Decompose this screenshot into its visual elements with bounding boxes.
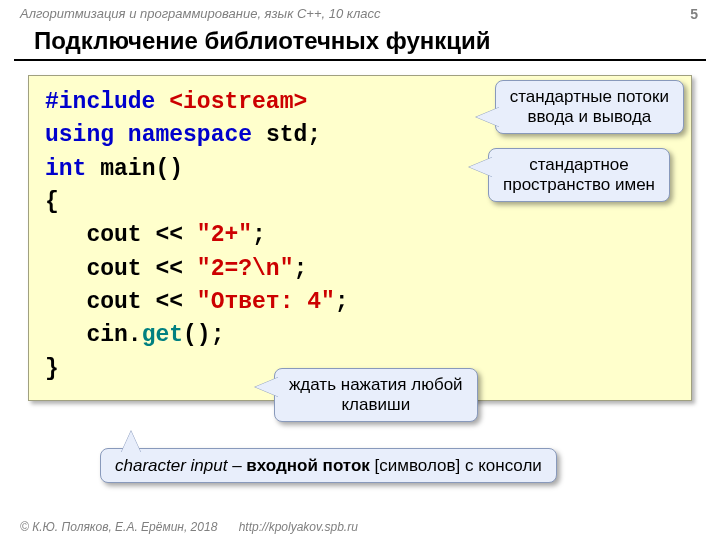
callout-tail-icon — [469, 157, 493, 177]
callout-text: пространство имен — [503, 175, 655, 195]
callout-text: клавиши — [289, 395, 463, 415]
callout-cin: character input – входной поток [символо… — [100, 448, 557, 483]
footer-url: http://kpolyakov.spb.ru — [239, 520, 358, 534]
callout-text: стандартное — [503, 155, 655, 175]
code-token: #include — [45, 89, 155, 115]
callout-text: – — [227, 456, 246, 475]
code-token: cout << — [45, 289, 197, 315]
callout-namespace: стандартное пространство имен — [488, 148, 670, 202]
callout-text: стандартные потоки — [510, 87, 669, 107]
code-token: "2=?\n" — [197, 256, 294, 282]
code-token: (); — [183, 322, 224, 348]
page-number: 5 — [690, 6, 698, 22]
callout-text: [символов] с консоли — [370, 456, 542, 475]
code-token: ; — [335, 289, 349, 315]
code-token: ; — [252, 222, 266, 248]
code-token: cout << — [45, 222, 197, 248]
callout-tail-icon — [255, 377, 279, 397]
code-token: main() — [100, 156, 183, 182]
code-token: "2+" — [197, 222, 252, 248]
footer-copyright: © К.Ю. Поляков, Е.А. Ерёмин, 2018 — [20, 520, 217, 534]
code-token: cin. — [45, 322, 142, 348]
code-token: "Ответ: 4" — [197, 289, 335, 315]
page-title: Подключение библиотечных функций — [14, 21, 706, 61]
callout-text: ввода и вывода — [510, 107, 669, 127]
code-token: cout << — [45, 256, 197, 282]
header-subtitle: Алгоритмизация и программирование, язык … — [0, 0, 720, 21]
code-token: std; — [266, 122, 321, 148]
callout-tail-icon — [121, 431, 141, 453]
code-token: using — [45, 122, 114, 148]
code-token: ; — [293, 256, 307, 282]
code-token: int — [45, 156, 86, 182]
callout-tail-icon — [476, 107, 500, 127]
code-token: namespace — [128, 122, 252, 148]
callout-text: входной поток — [246, 456, 369, 475]
code-token: <iostream> — [169, 89, 307, 115]
callout-text: character input — [115, 456, 227, 475]
callout-text: ждать нажатия любой — [289, 375, 463, 395]
callout-wait-key: ждать нажатия любой клавиши — [274, 368, 478, 422]
callout-streams: стандартные потоки ввода и вывода — [495, 80, 684, 134]
code-token: get — [142, 322, 183, 348]
footer: © К.Ю. Поляков, Е.А. Ерёмин, 2018 http:/… — [20, 520, 358, 534]
